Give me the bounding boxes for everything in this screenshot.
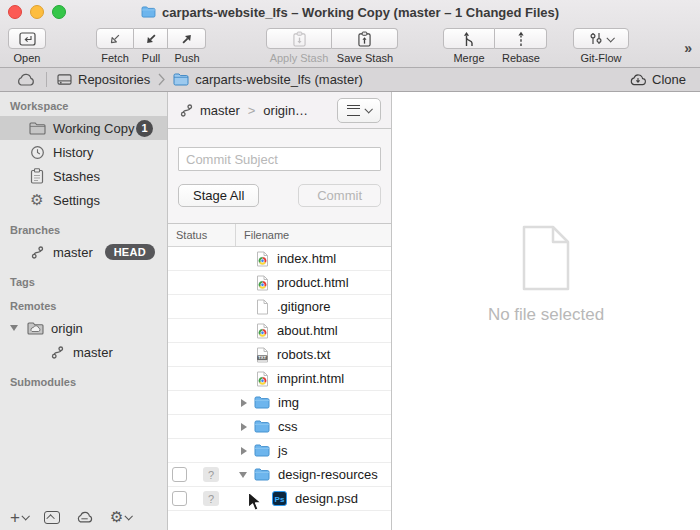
disclosure-triangle-icon[interactable]	[241, 399, 247, 407]
section-workspace: Workspace	[10, 100, 167, 112]
toolbar-overflow-button[interactable]: »	[684, 28, 692, 56]
push-button[interactable]: Push	[168, 28, 206, 64]
file-row[interactable]: product.html	[168, 271, 391, 295]
untracked-status-badge: ?	[203, 491, 219, 506]
commit-button[interactable]: Commit	[298, 184, 381, 207]
remote-folder-icon	[26, 322, 44, 335]
sidebar-branch-master[interactable]: master HEAD	[0, 240, 167, 264]
sidebar-item-settings[interactable]: ⚙ Settings	[0, 188, 167, 212]
disclosure-triangle-icon[interactable]	[241, 447, 247, 455]
breadcrumb-repositories[interactable]: Repositories	[57, 72, 150, 87]
file-row[interactable]: imprint.html	[168, 367, 391, 391]
window-header: carparts-website_lfs – Working Copy (mas…	[0, 0, 700, 68]
commit-area: Stage All Commit	[168, 129, 391, 224]
disclosure-triangle-icon[interactable]	[10, 325, 18, 331]
stage-all-button[interactable]: Stage All	[178, 184, 259, 207]
html-file-icon	[256, 251, 269, 267]
branch-icon	[28, 246, 46, 259]
commit-subject-input[interactable]	[178, 147, 381, 171]
settings-menu-button[interactable]: ⚙	[110, 510, 131, 525]
cloud-icon[interactable]	[16, 73, 36, 86]
status-cell: ?	[168, 463, 236, 486]
empty-document-icon	[518, 225, 574, 291]
open-button[interactable]: Open	[8, 28, 46, 64]
view-options-button[interactable]	[337, 98, 381, 123]
sidebar-remote-branch-master[interactable]: master	[0, 340, 167, 364]
stage-checkbox[interactable]	[172, 491, 187, 506]
branch-actions-group: Merge Rebase	[443, 28, 547, 64]
sidebar-remote-origin[interactable]: origin	[0, 316, 167, 340]
fetch-button[interactable]: Fetch	[96, 28, 134, 64]
file-name: product.html	[277, 275, 349, 290]
apply-stash-button[interactable]: Apply Stash	[266, 28, 332, 64]
file-name: index.html	[277, 251, 336, 266]
toggle-panel-button[interactable]	[44, 511, 60, 524]
clone-button[interactable]: Clone	[629, 72, 686, 87]
remote-branch-label: master	[73, 345, 113, 360]
file-name: imprint.html	[277, 371, 344, 386]
pull-button[interactable]: Pull	[134, 28, 168, 64]
file-row[interactable]: index.html	[168, 247, 391, 271]
file-row[interactable]: .gitignore	[168, 295, 391, 319]
git-flow-button[interactable]: Git-Flow	[573, 28, 629, 64]
column-header-filename[interactable]: Filename	[236, 229, 289, 241]
sidebar-item-working-copy[interactable]: Working Copy 1	[0, 116, 167, 140]
html-file-icon	[256, 323, 269, 339]
current-branch-label: master	[200, 103, 240, 118]
status-cell	[168, 415, 236, 438]
save-stash-button[interactable]: Save Stash	[332, 28, 398, 64]
column-header-status[interactable]: Status	[168, 224, 236, 246]
section-branches: Branches	[10, 224, 167, 236]
folder-icon	[254, 396, 270, 409]
rebase-icon	[516, 31, 526, 47]
file-row[interactable]: ? Ps design.psd	[168, 487, 391, 511]
file-list-header: Status Filename	[168, 224, 391, 247]
svg-text:Ps: Ps	[275, 495, 285, 504]
folder-row[interactable]: ? design-resources	[168, 463, 391, 487]
file-row[interactable]: about.html	[168, 319, 391, 343]
breadcrumb-chevron-icon	[158, 73, 165, 86]
branch-icon	[180, 104, 193, 117]
folder-icon	[28, 122, 46, 135]
apply-stash-icon	[293, 31, 306, 47]
sidebar-item-history[interactable]: History	[0, 140, 167, 164]
status-cell	[168, 391, 236, 414]
status-cell	[168, 271, 236, 294]
file-name: robots.txt	[277, 347, 330, 362]
add-repository-button[interactable]: +	[10, 509, 28, 526]
clone-download-icon	[629, 73, 647, 86]
section-submodules: Submodules	[10, 376, 167, 388]
detail-panel: No file selected	[392, 92, 700, 530]
chevron-down-icon	[125, 512, 133, 520]
close-button[interactable]	[8, 5, 22, 19]
window-title-group: carparts-website_lfs – Working Copy (mas…	[141, 3, 559, 20]
empty-state-message: No file selected	[488, 305, 604, 325]
remote-accounts-button[interactable]	[76, 511, 94, 523]
minimize-button[interactable]	[30, 5, 44, 19]
branch-icon	[48, 346, 66, 359]
status-cell	[168, 247, 236, 270]
toolbar: Open Fetch Pull Push Apply Stash	[0, 22, 700, 64]
stage-checkbox[interactable]	[172, 467, 187, 482]
remote-label: origin	[51, 321, 83, 336]
folder-row[interactable]: img	[168, 391, 391, 415]
sidebar-item-stashes[interactable]: Stashes	[0, 164, 167, 188]
breadcrumb-repository[interactable]: carparts-website_lfs (master)	[173, 72, 363, 87]
document-file-icon	[256, 299, 269, 315]
folder-row[interactable]: js	[168, 439, 391, 463]
breadcrumb-bar: Repositories carparts-website_lfs (maste…	[0, 68, 700, 92]
file-row[interactable]: TXT robots.txt	[168, 343, 391, 367]
zoom-button[interactable]	[52, 5, 66, 19]
merge-button[interactable]: Merge	[443, 28, 495, 64]
title-bar: carparts-website_lfs – Working Copy (mas…	[0, 0, 700, 22]
rebase-button[interactable]: Rebase	[495, 28, 547, 64]
disclosure-triangle-icon[interactable]	[239, 472, 247, 478]
file-tree: index.html product.html .gitignore about…	[168, 247, 391, 530]
upstream-label: origin…	[263, 103, 308, 118]
disclosure-triangle-icon[interactable]	[241, 423, 247, 431]
sidebar-item-label: Settings	[53, 193, 100, 208]
folder-row[interactable]: css	[168, 415, 391, 439]
status-cell	[168, 295, 236, 318]
clipboard-icon	[28, 168, 46, 184]
folder-icon	[141, 6, 156, 18]
